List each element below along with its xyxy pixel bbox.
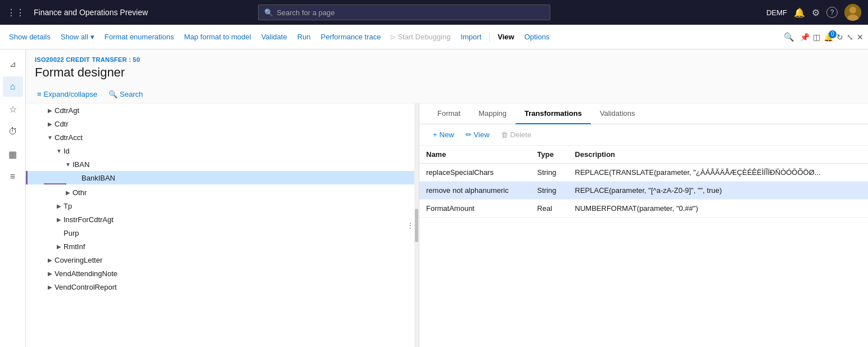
recent-icon[interactable]: ⏱	[3, 121, 23, 142]
import-button[interactable]: Import	[456, 30, 486, 43]
options-button[interactable]: Options	[520, 30, 554, 43]
debug-icon: ▷	[391, 33, 395, 40]
global-search[interactable]: 🔍 Search for a page	[258, 4, 550, 20]
col-header-description: Description	[568, 146, 868, 164]
view-button[interactable]: View	[493, 30, 518, 43]
content-area: ISO20022 CREDIT TRANSFER : 50 Format des…	[26, 49, 868, 347]
toolbar-separator	[489, 31, 490, 43]
show-all-button[interactable]: Show all ▾	[56, 30, 99, 43]
show-details-button[interactable]: Show details	[4, 30, 55, 43]
main-toolbar: Show details Show all ▾ Format enumerati…	[0, 25, 868, 49]
tree-label-vendattendingnote: VendAttendingNote	[55, 269, 414, 278]
home-icon[interactable]: ⌂	[3, 76, 23, 97]
help-icon[interactable]: ?	[826, 7, 838, 18]
tree-item-cdtr[interactable]: ▶ Cdtr	[26, 117, 419, 130]
new-button[interactable]: + New	[428, 129, 459, 141]
tree-item-cdtragt[interactable]: ▶ CdtrAgt	[26, 103, 419, 117]
side-panel-icon[interactable]: ◫	[813, 33, 820, 42]
start-debugging-button[interactable]: ▷ Start Debugging	[386, 30, 455, 43]
split-content: ▶ CdtrAgt ▶ Cdtr ▼ CdtrAcct ▼ Id	[26, 103, 868, 347]
tree-item-rmtinf[interactable]: ▶ RmtInf	[26, 240, 419, 253]
filter-icon[interactable]: ⊿	[3, 54, 23, 74]
tree-item-instrforcdtragt[interactable]: ▶ InstrForCdtrAgt	[26, 213, 419, 226]
tree-label-bankiban: BankIBAN	[82, 174, 414, 182]
tree-label-othr: Othr	[73, 188, 414, 197]
transformations-table: Name Type Description replaceSpecialChar…	[419, 146, 868, 218]
table-row[interactable]: FormatAmount Real NUMBERFORMAT(parameter…	[419, 200, 868, 218]
col-header-type: Type	[530, 146, 568, 164]
tree-arrow-cdtragt: ▶	[46, 106, 55, 115]
tab-transformations[interactable]: Transformations	[516, 103, 591, 124]
tab-validations[interactable]: Validations	[591, 103, 644, 124]
col-header-name: Name	[419, 146, 530, 164]
run-button[interactable]: Run	[293, 30, 315, 43]
tree-item-othr[interactable]: ▶ Othr	[26, 186, 419, 199]
top-navigation: ⋮⋮ Finance and Operations Preview 🔍 Sear…	[0, 0, 868, 25]
tree-scrollbar[interactable]	[414, 103, 419, 347]
close-icon[interactable]: ✕	[857, 33, 864, 42]
avatar[interactable]	[844, 4, 861, 21]
validate-button[interactable]: Validate	[257, 30, 292, 43]
refresh-icon[interactable]: ↻	[837, 33, 843, 42]
tree-arrow-purp	[55, 228, 64, 237]
favorites-icon[interactable]: ☆	[3, 99, 23, 119]
menu-icon[interactable]: ≡	[3, 166, 23, 187]
tree-item-tp[interactable]: ▶ Tp	[26, 199, 419, 213]
tree-label-iban: IBAN	[73, 160, 414, 169]
tree-item-vendcontrolreport[interactable]: ▶ VendControlReport	[26, 280, 419, 294]
nav-right-actions: DEMF 🔔 ⚙ ?	[766, 4, 861, 21]
tree-item-bankiban[interactable]: BankIBAN	[26, 171, 419, 184]
apps-grid-icon[interactable]: ⋮⋮	[7, 7, 25, 18]
cell-desc-0: REPLACE(TRANSLATE(parameter, "¿ÀÁÂÃÄÅÆÇÈ…	[568, 164, 868, 182]
fullscreen-icon[interactable]: ⤡	[847, 33, 853, 42]
tab-mapping[interactable]: Mapping	[469, 103, 516, 124]
tree-label-coveringletter: CoveringLetter	[55, 256, 414, 264]
cell-desc-1: REPLACE(parameter, "[^a-zA-Z0-9]", "", t…	[568, 182, 868, 200]
tree-item-purp[interactable]: Purp	[26, 226, 419, 240]
tree-label-cdtr: Cdtr	[55, 120, 414, 128]
tree-arrow-vendattendingnote: ▶	[46, 269, 55, 278]
delete-button[interactable]: 🗑 Delete	[496, 129, 536, 141]
tree-item-coveringletter[interactable]: ▶ CoveringLetter	[26, 253, 419, 267]
home-glyph: ⌂	[10, 82, 16, 92]
chevron-down-icon: ▾	[91, 33, 94, 41]
performance-trace-button[interactable]: Performance trace	[317, 30, 386, 43]
tab-format[interactable]: Format	[428, 103, 469, 124]
table-row[interactable]: remove not alphanumeric String REPLACE(p…	[419, 182, 868, 200]
table-header-row: Name Type Description	[419, 146, 868, 164]
table-row[interactable]: replaceSpecialChars String REPLACE(TRANS…	[419, 164, 868, 182]
transformations-table-container: Name Type Description replaceSpecialChar…	[419, 146, 868, 347]
expand-icon: ≡	[37, 90, 42, 98]
tree-label-id: Id	[64, 147, 414, 155]
delete-label: Delete	[510, 130, 532, 139]
tree-item-id[interactable]: ▼ Id	[26, 144, 419, 157]
notifications-icon[interactable]: 🔔	[794, 7, 805, 18]
edit-icon: ✏	[465, 130, 472, 139]
view-edit-button[interactable]: ✏ View	[461, 129, 494, 141]
view-label: View	[474, 130, 490, 139]
search-button[interactable]: 🔍 Search	[106, 89, 145, 100]
search-placeholder: Search for a page	[277, 8, 334, 17]
tree-item-iban[interactable]: ▼ IBAN	[26, 157, 419, 171]
settings-icon[interactable]: ⚙	[812, 7, 820, 18]
page-title: Format designer	[35, 65, 859, 80]
tree-item-cdtracct[interactable]: ▼ CdtrAcct	[26, 130, 419, 144]
tabs: Format Mapping Transformations Validatio…	[419, 103, 868, 124]
tree-arrow-iban: ▼	[64, 160, 73, 169]
tree-arrow-tp: ▶	[55, 201, 64, 210]
workspace-icon[interactable]: ▦	[3, 144, 23, 164]
map-format-to-model-button[interactable]: Map format to model	[179, 30, 255, 43]
pin-icon[interactable]: 📌	[800, 33, 810, 42]
page-header: ISO20022 CREDIT TRANSFER : 50 Format des…	[26, 49, 868, 85]
format-enumerations-button[interactable]: Format enumerations	[100, 30, 179, 43]
tree-arrow-othr: ▶	[64, 188, 73, 197]
toolbar-search-icon[interactable]: 🔍	[781, 30, 797, 44]
tree-arrow-bankiban	[73, 173, 82, 182]
right-panel: Format Mapping Transformations Validatio…	[419, 103, 868, 347]
expand-collapse-button[interactable]: ≡ Expand/collapse	[35, 89, 100, 100]
tree-arrow-cdtr: ▶	[46, 119, 55, 128]
tree-label-purp: Purp	[64, 229, 414, 237]
badge-icon[interactable]: 🔔 0	[824, 33, 833, 42]
search-icon: 🔍	[264, 8, 273, 17]
tree-item-vendattendingnote[interactable]: ▶ VendAttendingNote	[26, 267, 419, 280]
